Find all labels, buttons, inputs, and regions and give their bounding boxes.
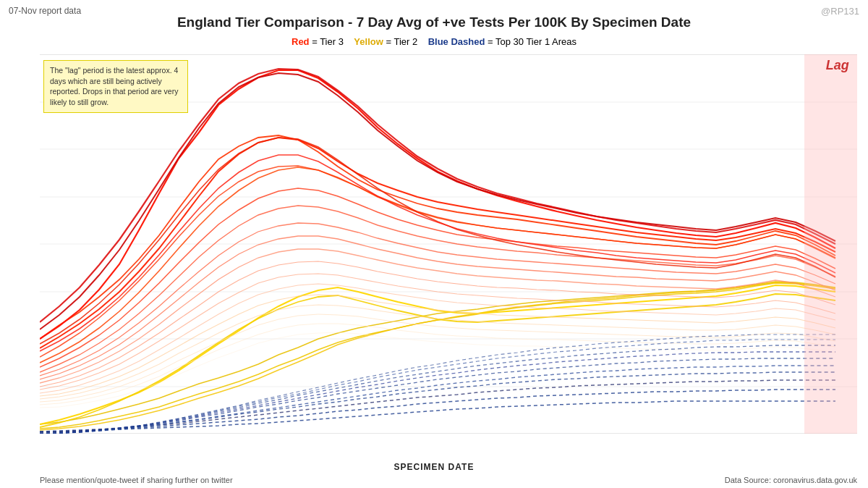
legend-red-desc: = Tier 3 <box>312 36 344 47</box>
footer-right: Data Source: coronavirus.data.gov.uk <box>725 476 857 484</box>
footer-left: Please mention/quote-tweet if sharing fu… <box>40 476 233 484</box>
tooltip-box: The "lag" period is the latest approx. 4… <box>43 60 188 113</box>
main-title: England Tier Comparison - 7 Day Avg of +… <box>0 14 868 30</box>
x-axis-label: SPECIMEN DATE <box>0 462 868 472</box>
legend-yellow-label: Yellow <box>354 36 383 47</box>
legend-blue-desc: = Top 30 Tier 1 Areas <box>488 36 576 47</box>
chart-area: Lag The "lag" period is the latest appro… <box>40 54 857 434</box>
lag-label: Lag <box>826 58 849 73</box>
legend: Red = Tier 3 Yellow = Tier 2 Blue Dashed… <box>0 36 868 47</box>
legend-blue-label: Blue Dashed <box>428 36 485 47</box>
legend-red-label: Red <box>292 36 310 47</box>
chart-container: 07-Nov report data @RP131 England Tier C… <box>0 0 868 488</box>
legend-yellow-desc: = Tier 2 <box>386 36 417 47</box>
